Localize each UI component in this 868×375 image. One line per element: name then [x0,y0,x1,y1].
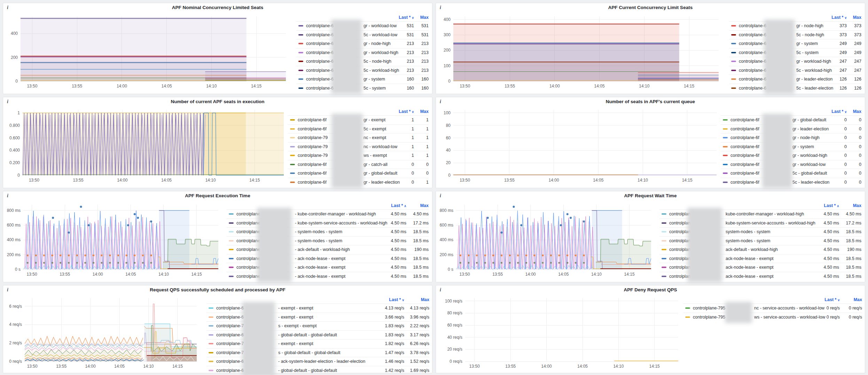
panel-info-icon[interactable]: i [440,287,441,293]
legend-series-row[interactable]: controlplane-65c - workload-high213213 [296,66,429,75]
series-label-prefix: controlplane-6 [739,23,766,28]
panel-title[interactable]: APF Nominal Concurrency Limited Seats [3,5,432,10]
legend-series-row[interactable]: controlplane-6gr - system249249 [729,39,861,48]
legend-sort-last[interactable]: Last *∨ [392,15,414,20]
y-axis-tick-label: 2 req/s [9,340,22,345]
series-color-swatch [723,173,728,174]
panel-info-icon[interactable]: i [7,99,8,105]
panel-title[interactable]: Number of seats in APF's current queue [436,99,865,104]
series-label-suffix: gr - node-high [796,23,823,28]
series-label-prefix: controlplane-6 [739,59,766,64]
panel-title[interactable]: Number of current APF seats in execution [3,99,432,104]
legend-series-row[interactable]: controlplane-65c - workload-high247247 [729,66,861,75]
legend-sort-max[interactable]: Max [414,109,429,114]
legend-series-row[interactable]: controlplane-6gr - node-high373373 [729,21,861,30]
legend-series-row[interactable]: controlplane-7s - global-default - globa… [206,348,429,357]
panel-title[interactable]: APF Request Execution Time [3,193,432,198]
legend-series-row[interactable]: controlplane-65c - workload-low531531 [296,30,429,39]
legend-series-row[interactable]: controlplane-6gr - workload-low531531 [296,21,429,30]
panel-title[interactable]: APF Deny Request QPS [436,287,865,292]
series-label-prefix: controlplane-6 [216,368,244,373]
legend-sort-max[interactable]: Max [414,15,429,20]
series-max-value: 373 [847,23,861,28]
series-last-value: 4.50 ms [382,274,406,279]
panel-info-icon[interactable]: i [7,5,8,10]
legend-series-row[interactable]: controlplane-6gr - leader-election126126 [729,75,861,84]
panel-title[interactable]: APF Request Wait Time [436,193,865,198]
panel-info-icon[interactable]: i [440,193,441,199]
x-axis-tick-label: 14:05 [114,364,125,369]
legend-series-row[interactable]: controlplane-65c - system160160 [296,84,429,93]
series-label-prefix: controlplane-6 [216,306,244,311]
legend-series-row[interactable]: controlplane-65c - system249249 [729,48,861,57]
legend-sort-last[interactable]: Last *∧ [815,203,839,208]
series-max-value: 160 [414,77,429,82]
panel-title[interactable]: APF Current Concurrency Limit Seats [436,5,865,10]
legend-series-row[interactable]: controlplane-65c - node-high213213 [296,57,429,66]
series-label-suffix: ack-node-lease - exempt [726,265,774,270]
series-label-prefix: controlplane- [669,238,690,243]
legend-sort-last[interactable]: Last *∨ [392,109,414,114]
x-axis-tick-label: 14:00 [117,178,127,183]
panel-info-icon[interactable]: i [440,99,441,105]
legend-sort-max[interactable]: Max [404,297,429,302]
series-label-suffix: gr - system [363,77,385,82]
y-axis-tick-label: 800 ms [7,208,21,213]
legend-sort-max[interactable]: Max [406,203,429,208]
legend-series-row[interactable]: controlplane-6- ack-system-leader-electi… [206,357,429,366]
legend-series-row[interactable]: controlplane-6gr - workload-high213213 [296,48,429,57]
legend-sort-last[interactable]: Last *∨ [374,297,404,302]
series-color-swatch [209,361,213,362]
legend-series-row[interactable]: controlplane-6- exempt - exempt3.66 req/… [206,313,429,322]
x-axis-tick-label: 13:55 [492,272,503,277]
legend-series-row[interactable]: controlplane-6- global-default - global-… [206,366,429,375]
series-label-suffix: - ack-default - workload-high [295,247,350,252]
legend-sort-last[interactable]: Last *∨ [824,109,847,114]
legend-series-row[interactable]: controlplane-7s - exempt - exempt1.83 re… [206,321,429,330]
legend: Last *∨ Max controlplane-6fgr - exempt11… [288,108,429,186]
legend-sort-max[interactable]: Max [840,297,862,302]
legend-sort-max[interactable]: Max [847,15,861,20]
panel-title[interactable]: Request QPS successfully scheduled and p… [3,287,432,292]
legend-sort-last[interactable]: Last *∨ [815,297,840,302]
series-max-value: 247 [847,59,861,64]
x-axis-tick-label: 13:55 [56,364,67,369]
legend-series-row[interactable]: controlplane-6gr - workload-high247247 [729,57,861,66]
series-color-swatch [662,222,666,224]
series-label-prefix: controlplane-6 [739,50,766,55]
y-axis-tick-label: 100 [444,110,451,115]
series-last-value: 1.46 req/s [374,359,404,364]
series-label-prefix: controlplane-6 [739,68,766,73]
series-label-prefix: controlplane-6f [730,162,759,167]
series-last-value: 0 [824,153,847,158]
series-label-suffix: - system-nodes - system [295,238,342,243]
panel-info-icon[interactable]: i [440,5,441,10]
legend-series-row[interactable]: controlplane-65c - node-high373373 [729,30,861,39]
series-label-suffix: - kube-controller-manager - workload-hig… [295,212,376,216]
panel-info-icon[interactable]: i [7,287,8,293]
legend-sort-max[interactable]: Max [847,109,861,114]
legend-series-row[interactable]: controlplane-795ws - service-accounts - … [683,313,862,322]
legend-series-row[interactable]: controlplane-795nc - service-accounts - … [683,304,862,313]
y-axis-tick-label: 400 [11,31,18,36]
legend-series-row[interactable]: controlplane-6gr - system160160 [296,75,429,84]
series-color-swatch [731,43,736,44]
series-max-value: 249 [847,41,861,46]
legend-series-row[interactable]: controlplane-6- exempt - exempt4.13 req/… [206,304,429,313]
y-axis-tick-label: 1 [17,110,20,115]
panel-info-icon[interactable]: i [7,193,8,199]
legend-series-row[interactable]: controlplane-65c - leader-election126126 [729,84,861,93]
series-label-prefix: controlplane-6f [730,127,759,131]
legend-series-row[interactable]: controlplane-6- global-default - global-… [206,330,429,339]
legend-sort-max[interactable]: Max [839,203,861,208]
series-label-prefix: controlplane-6 [306,77,334,82]
legend-sort-last[interactable]: Last *∧ [382,203,406,208]
legend-series-row[interactable]: controlplane-6gr - node-high213213 [296,39,429,48]
legend-series-row[interactable]: controlplane-7- exempt - exempt1.82 req/… [206,339,429,348]
series-label-suffix: ack-default - workload-high [726,247,778,252]
series-label-prefix: controlplane-795 [693,306,725,311]
y-axis-tick-label: 0.400 [9,148,20,153]
series-label-suffix: gr - global-default [792,117,826,122]
series-label-suffix: gr - catch-all [363,162,388,167]
legend-sort-last[interactable]: Last *∨ [824,15,847,20]
